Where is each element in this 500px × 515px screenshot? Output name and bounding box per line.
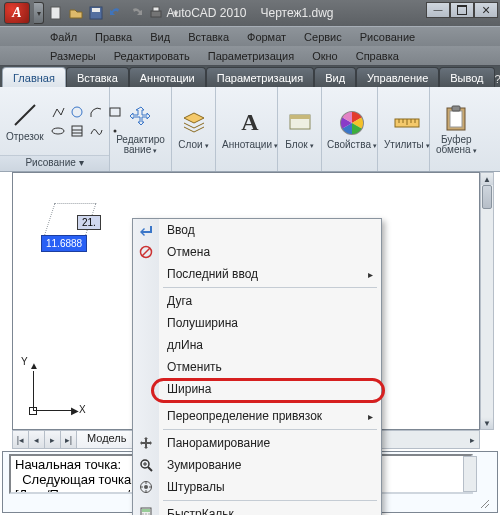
svg-rect-0 (51, 7, 60, 19)
context-item[interactable]: Штурвалы (133, 476, 381, 498)
ribbon-tab-6[interactable]: Вывод (439, 67, 494, 87)
dimension-value-1: 21. (77, 215, 101, 230)
context-item-label: Ширина (159, 382, 381, 396)
menu-формат[interactable]: Формат (239, 29, 294, 45)
print-icon[interactable] (148, 5, 164, 21)
line-label: Отрезок (6, 132, 44, 142)
block-button[interactable]: Блок (284, 99, 315, 159)
svg-rect-2 (92, 8, 100, 12)
new-icon[interactable] (48, 5, 64, 21)
menu-размеры[interactable]: Размеры (42, 48, 104, 64)
context-item-label: Штурвалы (159, 480, 381, 494)
hatch-icon[interactable] (69, 122, 86, 139)
annot-label: Аннотации (222, 140, 278, 151)
layout-nav-first[interactable]: |◂ (13, 431, 29, 448)
enter-icon (133, 219, 159, 241)
menu-вид[interactable]: Вид (142, 29, 178, 45)
layout-nav-last[interactable]: ▸| (61, 431, 77, 448)
context-item[interactable]: длИна (133, 334, 381, 356)
ribbon: Отрезок Рисование ▾ Редактиро вание (0, 87, 500, 172)
group-title-draw[interactable]: Рисование ▾ (0, 155, 109, 171)
grip-icon (479, 498, 491, 510)
menu-сервис[interactable]: Сервис (296, 29, 350, 45)
menu-вставка[interactable]: Вставка (180, 29, 237, 45)
polyline-icon[interactable] (50, 103, 67, 120)
context-item[interactable]: Отмена (133, 241, 381, 263)
scroll-down-button[interactable]: ▼ (481, 417, 493, 429)
ribbon-tab-3[interactable]: Параметризация (206, 67, 314, 87)
arc-icon[interactable] (88, 103, 105, 120)
app-menu-dropdown[interactable] (34, 2, 44, 24)
blank-icon (133, 263, 159, 285)
dimension-value-2[interactable]: 11.6888 (41, 235, 87, 252)
tab-model[interactable]: Модель (77, 431, 137, 448)
title-bar: ▾ AutoCAD 2010 Чертеж1.dwg (0, 0, 500, 26)
layout-nav-next[interactable]: ▸ (45, 431, 61, 448)
context-item[interactable]: Полуширина (133, 312, 381, 334)
undo-icon[interactable] (108, 5, 124, 21)
blank-icon (133, 405, 159, 427)
ribbon-tab-1[interactable]: Вставка (66, 67, 129, 87)
context-item[interactable]: Ширина (133, 378, 381, 400)
circle-icon[interactable] (69, 103, 86, 120)
menu-правка[interactable]: Правка (87, 29, 140, 45)
layout-nav-prev[interactable]: ◂ (29, 431, 45, 448)
menu-рисование[interactable]: Рисование (352, 29, 423, 45)
svg-line-26 (485, 504, 489, 508)
svg-rect-4 (153, 7, 159, 11)
ribbon-group-edit: Редактиро вание (110, 87, 172, 171)
ribbon-group-layers: Слои (172, 87, 216, 171)
context-item[interactable]: Ввод (133, 219, 381, 241)
context-item[interactable]: Зумирование (133, 454, 381, 476)
help-icon[interactable]: ? (495, 73, 500, 87)
ribbon-tab-0[interactable]: Главная (2, 67, 66, 87)
app-menu-button[interactable] (4, 2, 30, 24)
menu-редактировать[interactable]: Редактировать (106, 48, 198, 64)
context-item[interactable]: Отменить (133, 356, 381, 378)
edit-button[interactable]: Редактиро вание (116, 99, 165, 159)
ribbon-tab-4[interactable]: Вид (314, 67, 356, 87)
svg-point-6 (72, 107, 82, 117)
open-icon[interactable] (68, 5, 84, 21)
svg-point-8 (52, 128, 64, 134)
annot-button[interactable]: A Аннотации (222, 99, 278, 159)
maximize-button[interactable] (450, 2, 474, 18)
props-button[interactable]: Свойства (328, 99, 376, 159)
menu-файл[interactable]: Файл (42, 29, 85, 45)
clipboard-button[interactable]: Буфер обмена (436, 99, 477, 159)
menu-окно[interactable]: Окно (304, 48, 346, 64)
scroll-thumb[interactable] (482, 185, 492, 209)
util-button[interactable]: Утилиты (384, 99, 430, 159)
minimize-button[interactable] (426, 2, 450, 18)
ribbon-tab-5[interactable]: Управление (356, 67, 439, 87)
context-item[interactable]: Панорамирование (133, 432, 381, 454)
menu-справка[interactable]: Справка (348, 48, 407, 64)
context-item[interactable]: Последний ввод (133, 263, 381, 285)
line-button[interactable]: Отрезок (6, 91, 44, 151)
props-label: Свойства (327, 140, 377, 151)
command-grip[interactable] (475, 454, 495, 510)
menu-параметризация[interactable]: Параметризация (200, 48, 302, 64)
spline-icon[interactable] (88, 122, 105, 139)
layers-button[interactable]: Слои (178, 99, 209, 159)
ribbon-group-props: Свойства (322, 87, 378, 171)
vertical-scrollbar[interactable]: ▲ ▼ (480, 172, 494, 430)
menu-bar-1: ФайлПравкаВидВставкаФорматСервисРисовани… (0, 26, 500, 46)
util-label: Утилиты (384, 140, 430, 151)
blank-icon (133, 334, 159, 356)
scroll-up-button[interactable]: ▲ (481, 173, 493, 185)
context-item-label: Переопределение привязок (159, 409, 381, 423)
save-icon[interactable] (88, 5, 104, 21)
quick-access-toolbar: ▾ (48, 5, 184, 21)
context-item[interactable]: Переопределение привязок (133, 405, 381, 427)
svg-rect-40 (142, 509, 150, 512)
context-item[interactable]: Дуга (133, 290, 381, 312)
close-button[interactable] (474, 2, 498, 18)
svg-rect-24 (452, 106, 460, 111)
redo-icon[interactable] (128, 5, 144, 21)
ellipse-icon[interactable] (50, 122, 67, 139)
ribbon-tab-2[interactable]: Аннотации (129, 67, 206, 87)
ribbon-tabstrip: ГлавнаяВставкаАннотацииПараметризацияВид… (0, 66, 500, 87)
calc-icon (133, 503, 159, 515)
context-item[interactable]: БыстрКальк (133, 503, 381, 515)
